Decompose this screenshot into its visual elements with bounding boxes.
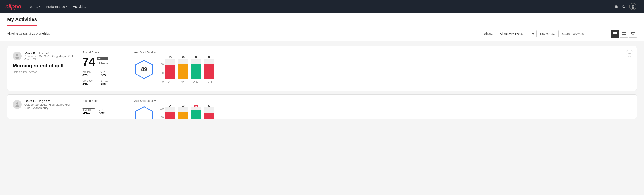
- svg-point-21: [16, 102, 18, 105]
- user-name-2: Dave Billingham: [24, 99, 75, 103]
- page-header: My Activities: [0, 13, 644, 26]
- fw-hit-col: FW Hit 62% Up/Down 43%: [82, 70, 93, 86]
- svg-point-0: [632, 5, 634, 7]
- svg-rect-8: [624, 34, 626, 36]
- svg-point-22: [16, 105, 19, 107]
- oneputt-value: 28%: [100, 82, 107, 86]
- svg-marker-23: [136, 107, 153, 119]
- refresh-icon[interactable]: ↻: [622, 4, 626, 9]
- fw-hit-value: 62%: [82, 73, 93, 77]
- quality-content-2: 100 50 0 94 93: [134, 104, 631, 119]
- nav-activities[interactable]: Activities: [73, 5, 86, 8]
- oneputt-label: 1 Putt: [100, 79, 107, 82]
- card-quality-2: Avg Shot Quality 100 50 0 94: [134, 99, 631, 119]
- svg-rect-13: [632, 34, 635, 34]
- svg-rect-15: [631, 35, 632, 36]
- svg-rect-2: [613, 32, 617, 33]
- activity-type-select[interactable]: All Activity Types: [496, 30, 537, 38]
- card-stats: Round Score 74 +4 18 Holes FW Hit 62% Up…: [82, 51, 127, 86]
- bar-ott: 85 OTT: [165, 56, 175, 83]
- card-stats-2: Round Score: [82, 99, 127, 109]
- edit-button[interactable]: ✏: [626, 50, 633, 57]
- activity-title: Morning round of golf: [13, 63, 75, 69]
- view-list-compact-button[interactable]: [611, 30, 619, 38]
- round-score-title: Round Score: [82, 51, 127, 54]
- show-label: Show:: [484, 32, 493, 36]
- hexagon-2: [134, 106, 154, 119]
- gir-value: 50%: [100, 73, 107, 77]
- hexagon: 89: [134, 59, 154, 80]
- svg-rect-14: [632, 34, 634, 34]
- content: ✏ Dave Billingham December 05, 2021 · Go…: [0, 42, 644, 127]
- view-toggle: [611, 30, 637, 38]
- performance-chevron-icon: ▾: [66, 5, 68, 8]
- filter-bar: Viewing 12 out of 29 Activities Show: Al…: [0, 26, 644, 42]
- nav-teams[interactable]: Teams ▾: [28, 5, 40, 8]
- activity-card: ✏ Dave Billingham December 05, 2021 · Go…: [7, 46, 637, 91]
- view-grid-button[interactable]: [620, 30, 628, 38]
- view-list-detailed-button[interactable]: [629, 30, 637, 38]
- updown-value: 43%: [82, 82, 93, 86]
- user-date: December 05, 2021 · Gog Magog Golf Club …: [24, 54, 75, 61]
- user-name: Dave Billingham: [24, 51, 75, 54]
- svg-rect-7: [622, 34, 624, 36]
- data-source: Data Source: Arccos: [13, 70, 75, 74]
- navbar-right: ⊕ ↻ ▾: [614, 3, 639, 10]
- user-info: Dave Billingham December 05, 2021 · Gog …: [13, 51, 75, 61]
- svg-point-18: [16, 57, 19, 59]
- svg-rect-3: [613, 34, 617, 34]
- bar-app: 90 APP: [178, 56, 188, 83]
- gir-col: GIR 50% 1 Putt 28%: [100, 70, 107, 86]
- svg-rect-9: [631, 32, 632, 33]
- round-score-row-2: [82, 104, 127, 109]
- user-date-2: October 16, 2021 · Gog Magog Golf Club -…: [24, 103, 75, 110]
- page-title: My Activities: [7, 16, 37, 26]
- logo[interactable]: clippd: [5, 3, 21, 10]
- sub-stats: FW Hit 62% Up/Down 43% GIR 50% 1 Putt 28…: [82, 70, 127, 86]
- quality-title: Avg Shot Quality: [134, 51, 631, 54]
- user-info-2: Dave Billingham October 16, 2021 · Gog M…: [13, 99, 75, 110]
- avatar-button[interactable]: ▾: [629, 3, 639, 10]
- activity-card-2: Dave Billingham October 16, 2021 · Gog M…: [7, 94, 637, 119]
- svg-rect-16: [632, 35, 635, 36]
- bar-putt: 89 PUTT: [204, 56, 214, 83]
- holes-label: 18 Holes: [97, 62, 108, 65]
- quality-title-2: Avg Shot Quality: [134, 99, 631, 102]
- avatar-2: [13, 100, 22, 109]
- round-score-title-2: Round Score: [82, 99, 127, 102]
- avatar: [13, 52, 22, 60]
- svg-rect-11: [632, 33, 634, 33]
- navbar-left: clippd Teams ▾ Performance ▾ Activities: [5, 3, 86, 10]
- svg-rect-4: [613, 34, 617, 35]
- gir-label: GIR: [100, 70, 107, 73]
- bar-arg: 89 ARG: [191, 56, 200, 83]
- svg-rect-6: [624, 32, 626, 34]
- keywords-label: Keywords:: [540, 32, 555, 36]
- avatar-circle: [629, 3, 636, 10]
- fw-hit-label: FW Hit: [82, 70, 93, 73]
- bars-container: 85 OTT 90: [165, 56, 214, 83]
- search-input[interactable]: [558, 30, 608, 38]
- score-number: 74: [82, 56, 95, 68]
- card-left-2: Dave Billingham October 16, 2021 · Gog M…: [13, 99, 75, 111]
- activity-type-wrapper: All Activity Types: [496, 30, 537, 38]
- add-icon[interactable]: ⊕: [614, 4, 618, 9]
- quality-content: 89 100 50 0: [134, 56, 631, 83]
- svg-rect-10: [632, 32, 635, 33]
- svg-rect-5: [622, 32, 624, 34]
- viewing-text: Viewing 12 out of 29 Activities: [7, 32, 481, 36]
- svg-rect-12: [631, 34, 632, 34]
- card-quality: Avg Shot Quality 89 100 50: [134, 51, 631, 83]
- updown-label: Up/Down: [82, 79, 93, 82]
- card-left: Dave Billingham December 05, 2021 · Gog …: [13, 51, 75, 74]
- teams-chevron-icon: ▾: [39, 5, 40, 8]
- navbar: clippd Teams ▾ Performance ▾ Activities …: [0, 0, 644, 13]
- score-badge: +4: [97, 57, 108, 60]
- bar-chart: 100 50 0 85: [160, 56, 631, 83]
- svg-text:89: 89: [141, 66, 147, 72]
- svg-point-1: [631, 7, 634, 9]
- nav-performance[interactable]: Performance ▾: [46, 5, 68, 8]
- nav-links: Teams ▾ Performance ▾ Activities: [28, 5, 86, 8]
- svg-point-17: [16, 54, 18, 56]
- avatar-chevron-icon: ▾: [637, 5, 639, 8]
